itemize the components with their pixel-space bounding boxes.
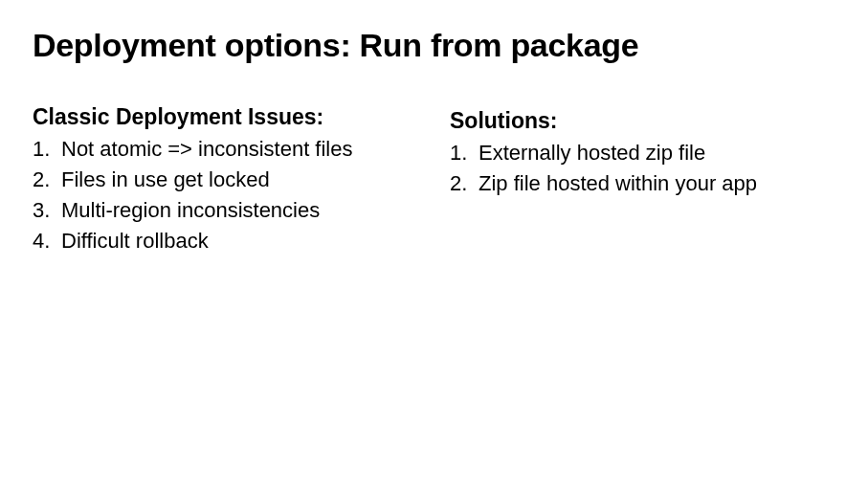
list-item: Multi-region inconsistencies xyxy=(33,195,434,226)
list-item: Zip file hosted within your app xyxy=(450,168,833,199)
slide-title: Deployment options: Run from package xyxy=(33,27,835,64)
list-item: Difficult rollback xyxy=(33,226,434,256)
left-heading: Classic Deployment Issues: xyxy=(33,104,434,130)
list-item-text: Files in use get locked xyxy=(61,165,434,195)
right-heading: Solutions: xyxy=(450,108,833,134)
list-item-text: Difficult rollback xyxy=(61,226,434,256)
list-item: Files in use get locked xyxy=(33,165,434,195)
list-item-text: Not atomic => inconsistent files xyxy=(61,134,434,165)
list-item: Not atomic => inconsistent files xyxy=(33,134,434,165)
column-right: Solutions: Externally hosted zip file Zi… xyxy=(450,104,833,256)
column-left: Classic Deployment Issues: Not atomic =>… xyxy=(33,104,434,256)
left-list: Not atomic => inconsistent files Files i… xyxy=(33,134,434,256)
list-item-text: Zip file hosted within your app xyxy=(479,168,833,199)
list-item-text: Multi-region inconsistencies xyxy=(61,195,434,226)
list-item: Externally hosted zip file xyxy=(450,138,833,168)
list-item-text: Externally hosted zip file xyxy=(479,138,833,168)
columns: Classic Deployment Issues: Not atomic =>… xyxy=(33,104,835,256)
right-list: Externally hosted zip file Zip file host… xyxy=(450,138,833,199)
